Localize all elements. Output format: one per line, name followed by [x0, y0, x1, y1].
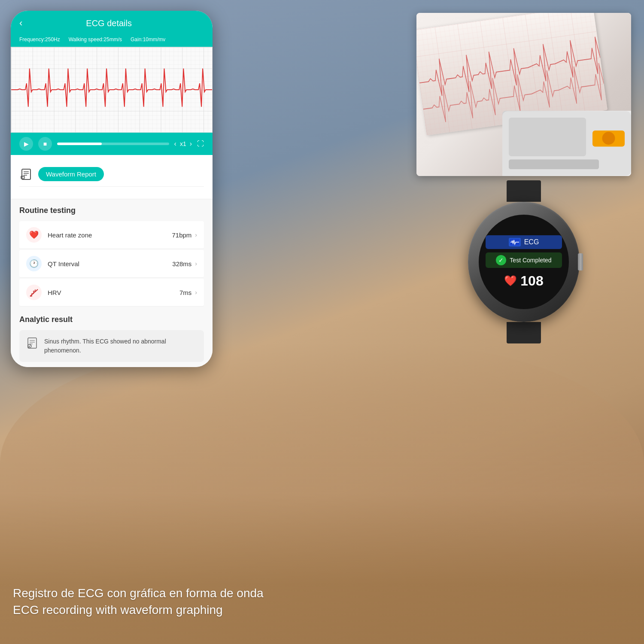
qt-interval-icon: 🕐	[26, 256, 42, 271]
watch-ecg-row: ECG	[486, 235, 562, 249]
smartwatch: ECG ✓ Test Completed ❤️ 108	[455, 180, 592, 335]
watch-ecg-label: ECG	[524, 238, 539, 246]
walking-speed-stat: Walking speed:25mm/s	[69, 36, 122, 43]
gain-stat: Gain:10mm/mv	[131, 36, 165, 43]
hrv-label: HRV	[48, 289, 179, 296]
stop-button[interactable]: ■	[38, 137, 52, 151]
watch-status-text: Test Completed	[510, 257, 551, 264]
hrv-value: 7ms	[179, 289, 191, 296]
frequency-stat: Frequency:250Hz	[19, 36, 60, 43]
qt-interval-arrow: ›	[195, 260, 197, 267]
watch-strap-top	[507, 180, 541, 202]
watch-screen: ECG ✓ Test Completed ❤️ 108	[479, 215, 569, 309]
svg-line-15	[30, 289, 38, 296]
svg-rect-6	[509, 160, 599, 170]
hrv-row[interactable]: HRV 7ms ›	[19, 279, 204, 307]
ecg-stats-bar: Frequency:250Hz Walking speed:25mm/s Gai…	[11, 34, 213, 47]
waveform-report-button[interactable]: Waveform Report	[38, 167, 104, 181]
speed-next-button[interactable]: ›	[190, 140, 192, 148]
watch-strap-bottom	[507, 322, 541, 343]
qt-interval-label: QT Interval	[48, 260, 172, 267]
phone-mockup: ‹ ECG details Frequency:250Hz Walking sp…	[11, 11, 213, 367]
hrv-arrow: ›	[195, 289, 197, 296]
caption-line2: ECG recording with waveform graphing	[13, 601, 264, 618]
analytic-icon	[26, 337, 39, 352]
heart-rate-icon: ❤️	[26, 227, 42, 243]
phone-header: ‹ ECG details	[11, 11, 213, 34]
caption-area: Registro de ECG con gráfica en forma de …	[13, 585, 264, 618]
expand-button[interactable]: ⛶	[197, 140, 204, 148]
hrv-icon	[26, 285, 42, 300]
heart-rate-label: Heart rate zone	[48, 231, 172, 239]
play-button[interactable]: ▶	[19, 137, 33, 151]
watch-heart-icon: ❤️	[504, 275, 517, 287]
analytic-card: Sinus rhythm. This ECG showed no abnorma…	[19, 330, 204, 362]
heart-rate-value: 71bpm	[172, 231, 191, 239]
analytic-section: Analytic result Sinus rhythm. This ECG s…	[19, 315, 204, 362]
heart-rate-row[interactable]: ❤️ Heart rate zone 71bpm ›	[19, 221, 204, 249]
watch-body: ECG ✓ Test Completed ❤️ 108	[468, 202, 580, 322]
report-icon	[19, 167, 33, 181]
back-button[interactable]: ‹	[19, 18, 22, 29]
svg-rect-3	[509, 118, 586, 156]
analytic-title: Analytic result	[19, 315, 204, 324]
watch-completed-row: ✓ Test Completed	[486, 252, 562, 268]
analytic-text: Sinus rhythm. This ECG showed no abnorma…	[44, 337, 197, 355]
watch-crown	[578, 253, 583, 270]
speed-prev-button[interactable]: ‹	[174, 140, 176, 148]
svg-rect-10	[22, 169, 30, 179]
playback-controls: ▶ ■ ‹ x1 › ⛶	[11, 133, 213, 155]
qt-interval-row[interactable]: 🕐 QT Interval 328ms ›	[19, 250, 204, 278]
caption-line1: Registro de ECG con gráfica en forma de …	[13, 585, 264, 601]
routine-testing-title: Routine testing	[19, 206, 204, 215]
watch-ecg-icon	[509, 238, 521, 246]
heart-rate-arrow: ›	[195, 231, 197, 238]
page-title: ECG details	[27, 18, 191, 28]
ecg-paper-image	[416, 13, 631, 176]
qt-interval-value: 328ms	[172, 260, 191, 267]
watch-bpm-value: 108	[520, 273, 543, 289]
speed-label: x1	[180, 140, 186, 147]
svg-point-5	[602, 132, 615, 145]
progress-bar[interactable]	[57, 143, 169, 145]
watch-bpm-row: ❤️ 108	[504, 273, 543, 289]
ecg-machine	[502, 111, 631, 176]
speed-control: ‹ x1 ›	[174, 140, 192, 148]
progress-fill	[57, 143, 102, 145]
waveform-report-row: Waveform Report	[19, 162, 204, 187]
check-icon: ✓	[496, 255, 506, 265]
ecg-chart	[11, 47, 213, 133]
